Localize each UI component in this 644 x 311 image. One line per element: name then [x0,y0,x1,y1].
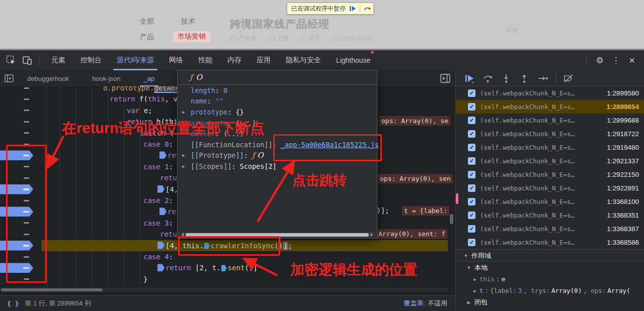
vertical-scrollbar-thumb[interactable] [450,214,453,224]
breakpoint-checkbox[interactable]: ✓ [468,117,475,124]
inline-breakpoint-icon[interactable] [159,208,167,215]
resume-script-icon[interactable] [464,73,475,83]
tab-元素[interactable]: 元素 [44,50,73,70]
tab-源代码/来源[interactable]: 源代码/来源 [109,50,162,70]
code-line[interactable]: } [0,274,455,285]
inline-breakpoint-icon[interactable] [159,151,167,159]
file-tab-_ap[interactable]: _ap [138,70,161,86]
scope-local-section[interactable]: ▼ 本地 [456,262,644,273]
expand-triangle-icon[interactable]: ▶ [182,153,185,158]
banner-resume-icon[interactable] [349,5,356,12]
step-into-icon[interactable] [501,73,511,83]
gutter-dash-marker[interactable] [24,110,29,111]
breakpoint-row[interactable]: ✓(self.webpackChunk_N_E=s…1:2899654 [456,100,644,114]
breakpoint-row[interactable]: ✓(self.webpackChunk_N_E=s…1:3368351 [456,209,644,222]
breakpoint-row[interactable]: ✓(self.webpackChunk_N_E=s…1:2922150 [456,168,644,181]
job-filter-全部[interactable]: 全部 [140,17,154,26]
gutter-dash-marker[interactable] [24,278,29,280]
file-tab-hook-json[interactable]: hook-json [86,70,126,86]
tab-控制台[interactable]: 控制台 [73,50,109,70]
breakpoint-checkbox[interactable]: ✓ [468,89,475,97]
scope-variable-row[interactable]: ▶t: {label: 3, trys: Array(0), ops: Arra… [456,285,644,296]
pretty-print-icon[interactable]: { } [7,300,19,307]
gutter-dash-marker[interactable] [24,200,29,201]
expand-triangle-icon[interactable]: ▶ [182,110,185,115]
gutter-dash-marker[interactable] [24,144,29,145]
breakpoint-marker-icon[interactable] [0,241,33,251]
code-line[interactable]: return [2, t.sent()] [0,262,455,273]
step-icon[interactable] [537,73,548,83]
breakpoint-row[interactable]: ✓(self.webpackChunk_N_E=s…1:2919480 [456,141,644,154]
banner-step-over-icon[interactable] [364,5,371,12]
settings-gear-icon[interactable]: ⚙ [593,53,607,67]
breakpoint-checkbox[interactable]: ✓ [468,239,475,246]
popup-property-row[interactable]: name: "" [178,96,377,107]
scope-variable-row[interactable]: ▶this: e [456,273,644,285]
gutter-dash-marker[interactable] [24,87,29,89]
inspect-element-icon[interactable] [6,55,16,65]
breakpoint-checkbox[interactable]: ✓ [468,130,475,138]
close-devtools-icon[interactable]: × [625,53,639,67]
horizontal-scrollbar-thumb[interactable] [1,288,103,291]
popup-property-row[interactable]: caller: (...) [178,128,377,139]
breakpoint-checkbox[interactable]: ✓ [468,103,475,111]
breakpoint-marker-icon[interactable] [0,206,33,217]
gutter-dash-marker[interactable] [24,234,29,235]
gutter-dash-marker[interactable] [24,166,29,167]
coverage-label[interactable]: 覆盖率: [404,299,425,308]
expand-triangle-icon[interactable]: ▶ [182,164,185,169]
gutter-dash-marker[interactable] [24,132,29,134]
breakpoint-checkbox[interactable]: ✓ [468,184,475,192]
inline-breakpoint-icon[interactable] [157,242,165,249]
gutter-dash-marker[interactable] [24,256,29,258]
breakpoint-marker-icon[interactable] [0,184,33,194]
breakpoint-row[interactable]: ✓(self.webpackChunk_N_E=s…1:2918722 [456,127,644,141]
inline-breakpoint-icon[interactable] [221,265,227,271]
tab-Lighthouse[interactable]: Lighthouse [329,50,378,70]
breakpoint-checkbox[interactable]: ✓ [468,212,475,219]
expand-triangle-icon[interactable]: ▶ [472,288,478,293]
scroll-right-arrow-icon[interactable] [371,233,375,237]
job-filter-产品[interactable]: 产品 [140,33,154,42]
breakpoint-row[interactable]: ✓(self.webpackChunk_N_E=s…1:2922891 [456,181,644,195]
toggle-debugger-sidebar-icon[interactable] [439,72,451,84]
more-options-icon[interactable]: ⋮ [609,53,623,67]
popup-property-row[interactable]: length: 0 [178,85,377,96]
deactivate-breakpoints-icon[interactable] [563,73,574,83]
inline-breakpoint-icon[interactable] [204,243,210,249]
breakpoint-row[interactable]: ✓(self.webpackChunk_N_E=s…1:2899688 [456,114,644,127]
breakpoint-marker-icon[interactable] [0,150,33,160]
popup-property-row[interactable]: arguments: (...) [178,118,377,129]
popup-property-row[interactable]: [[FunctionLocation]]: _app-5a00e68a1c105… [178,139,377,150]
popup-property-row[interactable]: ▶prototype: {} [178,107,377,118]
tab-内存[interactable]: 内存 [220,50,249,70]
gutter-dash-marker[interactable] [24,177,29,179]
breakpoint-checkbox[interactable]: ✓ [468,171,475,178]
code-line[interactable]: [4, this.crawlerInfoSync()]; [0,240,455,251]
breakpoint-checkbox[interactable]: ✓ [468,144,475,151]
function-location-link[interactable]: _app-5a00e68a1c105225.js [281,141,379,149]
breakpoint-checkbox[interactable]: ✓ [468,157,475,165]
tab-性能[interactable]: 性能 [191,50,220,70]
scroll-left-arrow-icon[interactable] [180,233,184,237]
inline-breakpoint-icon[interactable] [157,264,165,271]
breakpoint-row[interactable]: ✓(self.webpackChunk_N_E=s…1:2921337 [456,154,644,168]
job-detail-link[interactable]: 详情 [506,26,518,35]
job-filter-市场营销[interactable]: 市场营销 [173,31,210,42]
tab-应用[interactable]: 应用 [249,50,278,70]
breakpoint-row[interactable]: ✓(self.webpackChunk_N_E=s…1:2899580 [456,86,644,100]
popup-property-row[interactable]: ▶[[Prototype]]: ƒ O [178,150,377,161]
gutter-dash-marker[interactable] [24,98,29,100]
gutter-dash-marker[interactable] [24,222,29,224]
scope-section-header[interactable]: ▼ 作用域 [456,249,644,262]
breakpoint-row[interactable]: ✓(self.webpackChunk_N_E=s…1:3368387 [456,222,644,236]
breakpoint-row[interactable]: ✓(self.webpackChunk_N_E=s…1:3368100 [456,195,644,209]
inline-breakpoint-icon[interactable] [157,185,165,193]
breakpoint-checkbox[interactable]: ✓ [468,225,475,233]
scope-closure-section[interactable]: ▶ 闭包 [456,296,644,308]
breakpoint-checkbox[interactable]: ✓ [468,198,475,205]
file-tab-debuggerhook[interactable]: debuggerhook [21,70,75,86]
popup-scrollbar-thumb[interactable] [186,233,369,237]
step-out-icon[interactable] [519,73,529,83]
device-toolbar-icon[interactable] [22,55,32,65]
